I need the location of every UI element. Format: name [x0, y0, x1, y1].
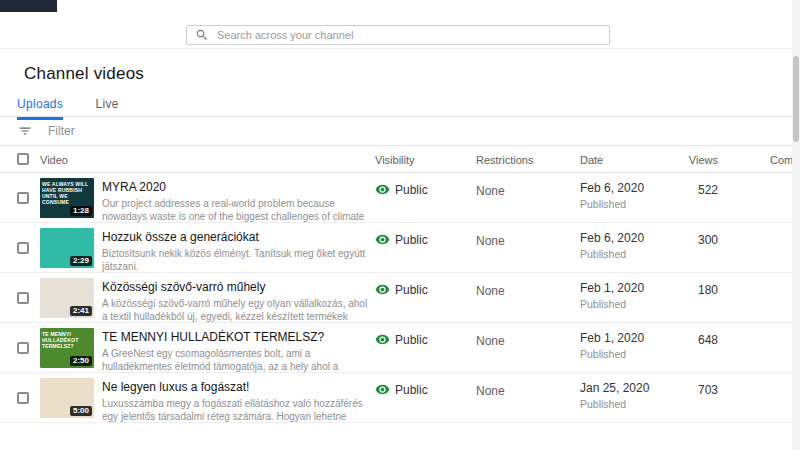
row-checkbox[interactable]	[17, 192, 29, 204]
visibility-cell[interactable]: Public	[375, 382, 428, 397]
table-row: 2:41 Közösségi szövő-varró műhely A közö…	[0, 273, 800, 323]
restrictions-cell: None	[476, 284, 505, 298]
date-status: Published	[580, 248, 644, 260]
video-duration-badge: 2:29	[70, 256, 92, 266]
video-cell: TE MENNYI HULLADÉKOT TERMELSZ? A GreeNes…	[102, 330, 368, 373]
video-cell: Hozzuk össze a generációkat Biztosítsunk…	[102, 230, 368, 273]
restrictions-cell: None	[476, 334, 505, 348]
date-value: Feb 6, 2020	[580, 231, 644, 245]
public-eye-icon	[375, 382, 390, 397]
date-value: Feb 6, 2020	[580, 181, 644, 195]
date-value: Jan 25, 2020	[580, 381, 649, 395]
video-title[interactable]: Ne legyen luxus a fogászat!	[102, 380, 368, 394]
restrictions-cell: None	[476, 234, 505, 248]
channel-videos-page: Channel videos Uploads Live Filter Video…	[0, 0, 800, 450]
scrollbar-thumb[interactable]	[793, 56, 799, 142]
header-restrictions[interactable]: Restrictions	[476, 154, 533, 166]
search-icon	[195, 28, 209, 42]
views-cell: 300	[660, 233, 718, 247]
visibility-cell[interactable]: Public	[375, 332, 428, 347]
scrollbar[interactable]	[792, 0, 800, 450]
date-value: Feb 1, 2020	[580, 281, 644, 295]
date-cell: Feb 1, 2020 Published	[580, 281, 644, 310]
video-duration-badge: 2:50	[70, 356, 92, 366]
topbar	[0, 0, 800, 49]
video-cell: Közösségi szövő-varró műhely A közösségi…	[102, 280, 368, 323]
row-checkbox[interactable]	[17, 242, 29, 254]
video-description: Luxusszámba megy a fogászati ellátáshoz …	[102, 397, 368, 423]
date-status: Published	[580, 398, 649, 410]
video-cell: Ne legyen luxus a fogászat! Luxusszámba …	[102, 380, 368, 423]
row-checkbox[interactable]	[17, 392, 29, 404]
tabs-bar: Uploads Live	[0, 94, 800, 117]
video-title[interactable]: Hozzuk össze a generációkat	[102, 230, 368, 244]
row-checkbox[interactable]	[17, 342, 29, 354]
visibility-cell[interactable]: Public	[375, 232, 428, 247]
row-checkbox[interactable]	[17, 292, 29, 304]
video-description: Our project addresses a real-world probl…	[102, 197, 368, 223]
public-eye-icon	[375, 282, 390, 297]
visibility-label: Public	[395, 283, 428, 297]
table-row: 5:00 Ne legyen luxus a fogászat! Luxussz…	[0, 373, 800, 423]
video-duration-badge: 2:41	[70, 306, 92, 316]
date-cell: Feb 6, 2020 Published	[580, 231, 644, 260]
video-thumbnail[interactable]: 5:00	[40, 378, 94, 418]
restrictions-cell: None	[476, 384, 505, 398]
table-row: TE MENNYI HULLADÉKOT TERMELSZ? 2:50 TE M…	[0, 323, 800, 373]
public-eye-icon	[375, 232, 390, 247]
video-thumbnail[interactable]: TE MENNYI HULLADÉKOT TERMELSZ? 2:50	[40, 328, 94, 368]
filter-placeholder[interactable]: Filter	[48, 124, 75, 138]
tab-live[interactable]: Live	[96, 97, 119, 117]
video-list: WE ALWAYS WILL HAVE RUBBISH UNTIL WE CON…	[0, 173, 800, 423]
video-duration-badge: 5:00	[70, 406, 92, 416]
views-cell: 648	[660, 333, 718, 347]
date-cell: Feb 6, 2020 Published	[580, 181, 644, 210]
search-input[interactable]	[217, 29, 601, 41]
select-all-checkbox[interactable]	[17, 153, 29, 165]
header-date[interactable]: Date	[580, 154, 603, 166]
public-eye-icon	[375, 332, 390, 347]
video-thumbnail[interactable]: WE ALWAYS WILL HAVE RUBBISH UNTIL WE CON…	[40, 178, 94, 218]
table-row: WE ALWAYS WILL HAVE RUBBISH UNTIL WE CON…	[0, 173, 800, 223]
header-visibility[interactable]: Visibility	[375, 154, 415, 166]
date-cell: Jan 25, 2020 Published	[580, 381, 649, 410]
public-eye-icon	[375, 182, 390, 197]
thumbnail-caption: WE ALWAYS WILL HAVE RUBBISH UNTIL WE CON…	[40, 178, 94, 208]
restrictions-cell: None	[476, 184, 505, 198]
visibility-cell[interactable]: Public	[375, 282, 428, 297]
visibility-label: Public	[395, 383, 428, 397]
filter-icon	[18, 124, 32, 138]
visibility-cell[interactable]: Public	[375, 182, 428, 197]
video-title[interactable]: TE MENNYI HULLADÉKOT TERMELSZ?	[102, 330, 368, 344]
channel-search-box[interactable]	[186, 25, 610, 45]
video-description: Biztosítsunk nekik közös élményt. Taníts…	[102, 247, 368, 273]
table-row: 2:29 Hozzuk össze a generációkat Biztosí…	[0, 223, 800, 273]
video-title[interactable]: MYRA 2020	[102, 180, 368, 194]
video-cell: MYRA 2020 Our project addresses a real-w…	[102, 180, 368, 223]
views-cell: 180	[660, 283, 718, 297]
video-description: A GreeNest egy csomagolásmentes bolt, am…	[102, 347, 368, 373]
window-corner-dark-strip	[0, 0, 57, 12]
table-header: Video Visibility Restrictions Date Views…	[0, 146, 800, 173]
video-thumbnail[interactable]: 2:41	[40, 278, 94, 318]
video-title[interactable]: Közösségi szövő-varró műhely	[102, 280, 368, 294]
header-video: Video	[40, 154, 68, 166]
views-cell: 522	[660, 183, 718, 197]
visibility-label: Public	[395, 183, 428, 197]
date-status: Published	[580, 198, 644, 210]
date-status: Published	[580, 348, 644, 360]
date-cell: Feb 1, 2020 Published	[580, 331, 644, 360]
date-status: Published	[580, 298, 644, 310]
video-thumbnail[interactable]: 2:29	[40, 228, 94, 268]
date-value: Feb 1, 2020	[580, 331, 644, 345]
page-title: Channel videos	[24, 64, 144, 84]
header-views[interactable]: Views	[660, 154, 718, 166]
video-description: A közösségi szövő-varró műhely egy olyan…	[102, 297, 368, 323]
visibility-label: Public	[395, 333, 428, 347]
views-cell: 703	[660, 383, 718, 397]
visibility-label: Public	[395, 233, 428, 247]
filter-bar[interactable]: Filter	[0, 117, 800, 146]
video-duration-badge: 1:28	[70, 206, 92, 216]
thumbnail-caption: TE MENNYI HULLADÉKOT TERMELSZ?	[40, 328, 94, 352]
